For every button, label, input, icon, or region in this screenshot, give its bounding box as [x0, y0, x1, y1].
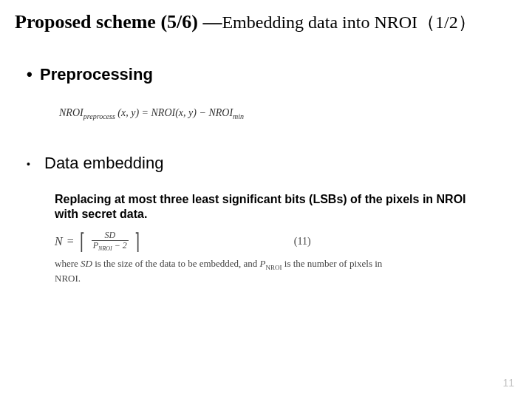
ceil-right-icon: ⌉ — [134, 231, 140, 253]
where-1c: is the size of the data to be embedded, … — [92, 258, 260, 269]
f1-r2-base: NROI — [208, 107, 233, 118]
f1-r1-args: (x, y) — [175, 107, 197, 118]
bullet-preprocessing-label: Preprocessing — [40, 65, 153, 83]
bullet-preprocessing: •Preprocessing — [27, 65, 153, 84]
den-base: P — [93, 240, 98, 250]
formula-preprocess: NROIpreprocess (x, y) = NROI(x, y) − NRO… — [59, 107, 244, 120]
bullet-data-embedding-label: Data embedding — [44, 154, 163, 172]
f1-lhs-base: NROI — [59, 107, 83, 118]
f1-r1-base: NROI — [151, 107, 176, 118]
bullet-dot-icon: • — [27, 65, 40, 84]
title-main: Proposed scheme (5/6) — — [15, 11, 222, 33]
f1-r2-sub: min — [233, 112, 244, 120]
equation-tag: (11) — [294, 236, 311, 248]
eq-equals: = — [67, 235, 74, 248]
equation-description: where SD is the size of the data to be e… — [55, 257, 409, 284]
fraction: SD PNROI − 2 — [92, 231, 129, 252]
embedding-description: Replacing at most three least significan… — [55, 192, 476, 222]
f1-eq: = — [142, 107, 149, 118]
bullet-dot-icon: • — [27, 158, 44, 170]
where-sd: SD — [81, 258, 92, 269]
den-tail: − 2 — [112, 240, 127, 250]
title-sub: Embedding data into NROI（1/2） — [222, 13, 475, 32]
equation-row: N = ⌈ SD PNROI − 2 ⌉ (11) — [55, 231, 343, 253]
slide-title: Proposed scheme (5/6) —Embedding data in… — [15, 10, 476, 34]
formula-N: N = ⌈ SD PNROI − 2 ⌉ (11) where SD is th… — [55, 231, 343, 284]
frac-den: PNROI − 2 — [92, 240, 129, 253]
f1-lhs-sub: preprocess — [83, 112, 115, 120]
frac-num: SD — [103, 231, 117, 240]
page-number: 11 — [502, 377, 514, 389]
den-sub: NROI — [98, 245, 112, 252]
ceil-left-icon: ⌈ — [80, 231, 85, 253]
where-1a: where — [55, 258, 81, 269]
f1-lhs-args: (x, y) — [117, 107, 139, 118]
eq-N: N — [55, 235, 63, 248]
f1-minus: − — [199, 107, 205, 118]
slide: Proposed scheme (5/6) —Embedding data in… — [0, 0, 532, 399]
bullet-data-embedding: •Data embedding — [27, 154, 163, 173]
where-p: P — [260, 258, 266, 269]
where-p-sub: NROI — [266, 264, 282, 271]
